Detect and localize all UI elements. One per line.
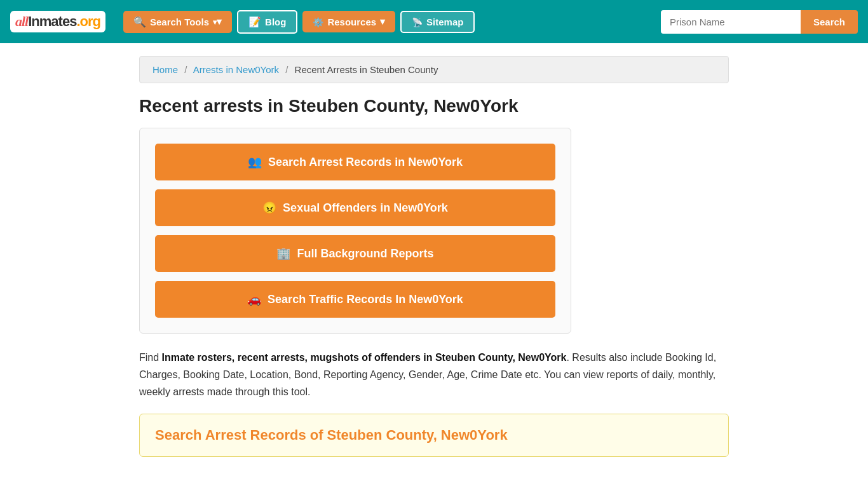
description-intro: Find	[139, 352, 162, 363]
search-records-title: Search Arrest Records of Steuben County,…	[155, 427, 713, 444]
background-reports-button[interactable]: 🏢 Full Background Reports	[155, 235, 555, 272]
main-content: Home / Arrests in New0York / Recent Arre…	[129, 43, 739, 482]
prison-search-area: Search	[661, 10, 858, 34]
search-arrest-records-button[interactable]: 👥 Search Arrest Records in New0York	[155, 144, 555, 180]
sitemap-icon	[412, 17, 423, 27]
background-reports-label: Full Background Reports	[297, 247, 433, 261]
logo-all: all	[15, 13, 28, 30]
search-button-label: Search	[813, 17, 845, 27]
search-icon	[133, 16, 146, 28]
site-header: allInmates.org Search Tools ▾ Blog Resou…	[0, 0, 868, 43]
search-tools-button[interactable]: Search Tools ▾	[123, 11, 232, 33]
car-icon: 🚗	[247, 292, 261, 306]
blog-button[interactable]: Blog	[237, 10, 297, 34]
action-buttons-box: 👥 Search Arrest Records in New0York 😠 Se…	[139, 128, 571, 334]
breadcrumb-sep2: /	[285, 64, 288, 75]
logo-org: .org	[76, 13, 100, 30]
breadcrumb: Home / Arrests in New0York / Recent Arre…	[139, 56, 729, 83]
description-highlight: Inmate rosters, recent arrests, mugshots…	[162, 352, 567, 363]
people-icon: 👥	[248, 155, 262, 169]
breadcrumb-current: Recent Arrests in Steuben County	[295, 64, 438, 75]
dropdown-icon: ▾	[213, 16, 222, 27]
breadcrumb-arrests[interactable]: Arrests in New0York	[193, 64, 279, 75]
building-icon: 🏢	[276, 247, 290, 261]
breadcrumb-home[interactable]: Home	[153, 64, 178, 75]
logo-inmates: Inmates	[28, 13, 76, 30]
description-text: Find Inmate rosters, recent arrests, mug…	[139, 349, 729, 401]
resources-label: Resources	[327, 17, 376, 27]
search-records-box: Search Arrest Records of Steuben County,…	[139, 414, 729, 457]
resources-button[interactable]: Resources ▾	[302, 11, 395, 32]
resources-dropdown-icon: ▾	[380, 16, 385, 27]
main-nav: Search Tools ▾ Blog Resources ▾ Sitemap	[123, 10, 653, 34]
breadcrumb-sep1: /	[184, 64, 187, 75]
blog-label: Blog	[265, 17, 286, 27]
page-title: Recent arrests in Steuben County, New0Yo…	[139, 96, 729, 116]
traffic-records-label: Search Traffic Records In New0York	[268, 293, 463, 306]
sexual-offenders-label: Sexual Offenders in New0York	[283, 201, 448, 215]
prison-name-input[interactable]	[661, 10, 801, 34]
blog-icon	[248, 16, 261, 28]
prison-search-button[interactable]: Search	[801, 10, 858, 34]
site-logo[interactable]: allInmates.org	[10, 11, 105, 32]
search-arrest-label: Search Arrest Records in New0York	[268, 156, 463, 169]
sexual-offenders-button[interactable]: 😠 Sexual Offenders in New0York	[155, 189, 555, 226]
resources-icon	[313, 17, 323, 27]
sitemap-button[interactable]: Sitemap	[400, 11, 475, 33]
sitemap-label: Sitemap	[426, 17, 463, 27]
search-tools-label: Search Tools	[150, 17, 209, 27]
traffic-records-button[interactable]: 🚗 Search Traffic Records In New0York	[155, 281, 555, 318]
offender-icon: 😠	[262, 201, 276, 215]
